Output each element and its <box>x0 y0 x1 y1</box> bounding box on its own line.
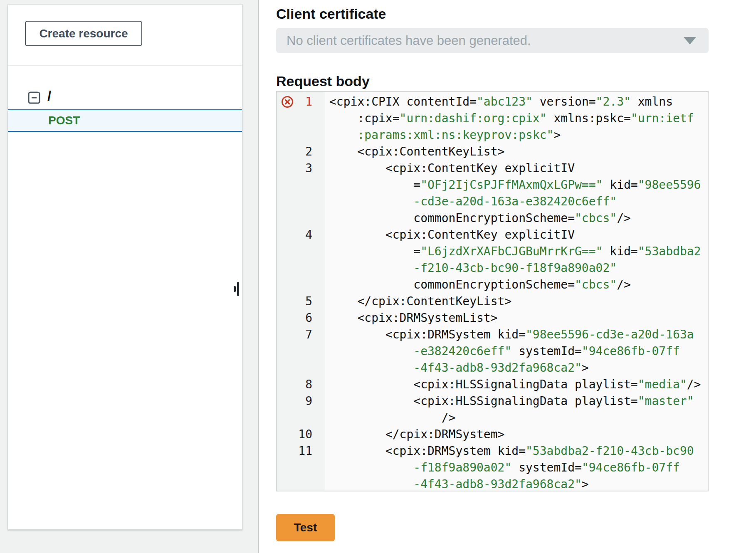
editor-gutter: 1234567891011 <box>277 92 325 491</box>
editor-gutter-row <box>277 276 325 293</box>
line-number: 9 <box>277 393 325 410</box>
error-icon <box>281 96 294 108</box>
code-row: -e382420c6eff" systemId="94ce86fb-07ff <box>325 343 708 360</box>
editor-gutter-row: 2 <box>277 143 325 160</box>
code-row: <cpix:DRMSystem kid="53abdba2-f210-43cb-… <box>325 443 708 459</box>
collapse-minus-icon[interactable] <box>28 91 40 104</box>
request-body-editor[interactable]: 1234567891011 <cpix:CPIX contentId="abc1… <box>276 91 709 491</box>
code-row: <cpix:ContentKey explicitIV <box>325 160 708 177</box>
editor-gutter-row <box>277 476 325 491</box>
code-row: <cpix:ContentKey explicitIV <box>325 227 708 243</box>
editor-gutter-row: 4 <box>277 227 325 243</box>
line-number: 4 <box>277 227 325 243</box>
editor-gutter-row: 3 <box>277 160 325 177</box>
code-row: <cpix:HLSSignalingData playlist="media"/… <box>325 376 708 393</box>
editor-gutter-row: 9 <box>277 393 325 410</box>
client-certificate-heading: Client certificate <box>276 6 386 22</box>
code-row: <cpix:CPIX contentId="abc123" version="2… <box>325 94 708 110</box>
editor-gutter-row: 11 <box>277 443 325 459</box>
editor-gutter-row <box>277 243 325 260</box>
code-row: :params:xml:ns:keyprov:pskc"> <box>325 127 708 143</box>
create-resource-button[interactable]: Create resource <box>25 21 142 46</box>
method-post-item[interactable]: POST <box>8 109 242 132</box>
editor-gutter-row: 5 <box>277 293 325 310</box>
chevron-down-icon <box>684 37 696 44</box>
code-row: <cpix:DRMSystemList> <box>325 310 708 326</box>
editor-gutter-row <box>277 210 325 227</box>
panel-resize-handle[interactable] <box>234 286 236 292</box>
editor-gutter-row <box>277 459 325 476</box>
method-post-label: POST <box>48 114 80 127</box>
panel-resize-handle[interactable] <box>237 282 239 296</box>
code-row: </cpix:DRMSystem> <box>325 426 708 443</box>
sidebar-divider <box>8 65 242 66</box>
client-certificate-dropdown-value: No client certificates have been generat… <box>287 33 531 48</box>
editor-gutter-row <box>277 410 325 426</box>
editor-code: <cpix:CPIX contentId="abc123" version="2… <box>325 92 708 491</box>
test-method-panel: Client certificate No client certificate… <box>258 0 756 553</box>
line-number: 7 <box>277 326 325 343</box>
code-row: -cd3e-a20d-163a-e382420c6eff" <box>325 193 708 210</box>
line-number: 2 <box>277 143 325 160</box>
code-row: </cpix:ContentKeyList> <box>325 293 708 310</box>
line-number: 5 <box>277 293 325 310</box>
editor-gutter-row <box>277 343 325 360</box>
editor-gutter-row <box>277 177 325 193</box>
resources-panel: Create resource / POST <box>0 0 258 553</box>
resource-tree-card: Create resource / POST <box>7 4 242 530</box>
code-row: <cpix:ContentKeyList> <box>325 143 708 160</box>
code-row: -f210-43cb-bc90-f18f9a890a02" <box>325 260 708 276</box>
code-row: <cpix:DRMSystem kid="98ee5596-cd3e-a20d-… <box>325 326 708 343</box>
code-row: <cpix:HLSSignalingData playlist="master" <box>325 393 708 410</box>
editor-gutter-row: 10 <box>277 426 325 443</box>
editor-gutter-row: 6 <box>277 310 325 326</box>
code-row: :cpix="urn:dashif:org:cpix" xmlns:pskc="… <box>325 110 708 127</box>
code-row: -4f43-adb8-93d2fa968ca2"> <box>325 360 708 376</box>
code-row: -f18f9a890a02" systemId="94ce86fb-07ff <box>325 459 708 476</box>
code-row: commonEncryptionScheme="cbcs"/> <box>325 276 708 293</box>
editor-gutter-row: 1 <box>277 94 325 110</box>
editor-gutter-row <box>277 193 325 210</box>
test-button[interactable]: Test <box>276 514 335 541</box>
editor-gutter-row <box>277 127 325 143</box>
line-number: 6 <box>277 310 325 326</box>
code-row: /> <box>325 410 708 426</box>
editor-gutter-row: 8 <box>277 376 325 393</box>
editor-gutter-row <box>277 260 325 276</box>
resource-root-item[interactable]: / <box>8 89 242 107</box>
editor-gutter-row <box>277 360 325 376</box>
line-number: 3 <box>277 160 325 177</box>
client-certificate-dropdown[interactable]: No client certificates have been generat… <box>276 28 709 53</box>
code-row: -4f43-adb8-93d2fa968ca2"> <box>325 476 708 491</box>
resource-root-label: / <box>47 88 51 104</box>
editor-gutter-row <box>277 110 325 127</box>
code-row: ="OFj2IjCsPJFfMAxmQxLGPw==" kid="98ee559… <box>325 177 708 193</box>
request-body-heading: Request body <box>276 73 370 89</box>
code-row: commonEncryptionScheme="cbcs"/> <box>325 210 708 227</box>
line-number: 10 <box>277 426 325 443</box>
line-number: 11 <box>277 443 325 459</box>
editor-gutter-row: 7 <box>277 326 325 343</box>
code-row: ="L6jzdXrXAFbCJGBuMrrKrG==" kid="53abdba… <box>325 243 708 260</box>
line-number: 8 <box>277 376 325 393</box>
